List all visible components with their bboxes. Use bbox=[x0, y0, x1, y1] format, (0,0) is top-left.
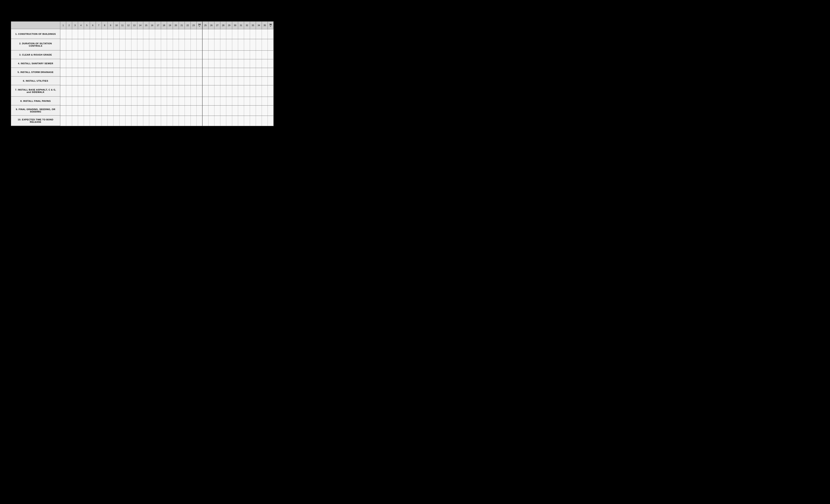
grid-cell-row6-month-23 bbox=[191, 77, 197, 85]
grid-cell-row3-month-17 bbox=[155, 51, 161, 59]
grid-cell-row9-month-14 bbox=[137, 105, 143, 116]
grid-cell-row4-month-15 bbox=[143, 59, 149, 68]
grid-cell-row3-month-31 bbox=[238, 51, 244, 59]
grid-cell-row8-month-8 bbox=[102, 97, 108, 105]
grid-cell-row8-month-28 bbox=[220, 97, 226, 105]
grid-cell-row4-month-9 bbox=[108, 59, 114, 68]
grid-cell-row9-month-19 bbox=[167, 105, 173, 116]
month-header-4: 4 bbox=[78, 22, 84, 29]
grid-cell-row4-month-7 bbox=[96, 59, 102, 68]
grid-cell-row7-month-36 bbox=[268, 85, 274, 97]
grid-cell-row2-month-28 bbox=[220, 39, 226, 51]
month-header-33: 33 bbox=[250, 22, 256, 29]
grid-cell-row9-month-23 bbox=[191, 105, 197, 116]
grid-cell-row1-month-10 bbox=[114, 29, 120, 39]
month-header-22: 22 bbox=[185, 22, 191, 29]
label-row2: 2. DURATION OF SILTATION CONTROLS bbox=[11, 39, 60, 51]
grid-cell-row1-month-19 bbox=[167, 29, 173, 39]
grid-cell-row10-month-4 bbox=[78, 116, 84, 126]
grid-cell-row8-month-3 bbox=[72, 97, 78, 105]
month-header-5: 5 bbox=[84, 22, 90, 29]
grid-cell-row6-month-32 bbox=[244, 77, 250, 85]
grid-cell-row3-month-5 bbox=[84, 51, 90, 59]
grid-cell-row3-month-30 bbox=[232, 51, 238, 59]
grid-cell-row6-month-11 bbox=[120, 77, 126, 85]
grid-cell-row1-month-3 bbox=[72, 29, 78, 39]
grid-cell-row6-month-18 bbox=[161, 77, 167, 85]
grid-cell-row10-month-27 bbox=[215, 116, 220, 126]
grid-cell-row9-month-3 bbox=[72, 105, 78, 116]
grid-cell-row2-month-2 bbox=[66, 39, 72, 51]
grid-cell-row2-month-34 bbox=[256, 39, 262, 51]
grid-cell-row2-month-32 bbox=[244, 39, 250, 51]
grid-cell-row3-month-2 bbox=[66, 51, 72, 59]
grid-cell-row5-month-32 bbox=[244, 68, 250, 76]
grid-cell-row2-month-23 bbox=[191, 39, 197, 51]
grid-cell-row7-month-22 bbox=[185, 85, 191, 97]
month-header-23: 23 bbox=[191, 22, 197, 29]
grid-cell-row1-month-34 bbox=[256, 29, 262, 39]
month-header-19: 19 bbox=[167, 22, 173, 29]
grid-cell-row1-month-29 bbox=[226, 29, 232, 39]
grid-cell-row4-month-6 bbox=[90, 59, 96, 68]
grid-area: 123456789101112131415161718192021222324*… bbox=[60, 21, 274, 126]
grid-cell-row1-month-31 bbox=[238, 29, 244, 39]
grid-cell-row5-month-22 bbox=[185, 68, 191, 76]
grid-cell-row5-month-34 bbox=[256, 68, 262, 76]
label-row5: 5. INSTALL STORM DRAINAGE bbox=[11, 68, 60, 76]
month-header-9: 9 bbox=[108, 22, 114, 29]
grid-cell-row7-month-18 bbox=[161, 85, 167, 97]
grid-cell-row2-month-13 bbox=[131, 39, 137, 51]
grid-cell-row5-month-14 bbox=[137, 68, 143, 76]
grid-cell-row9-month-17 bbox=[155, 105, 161, 116]
grid-row-row4 bbox=[60, 59, 274, 68]
month-header-11: 11 bbox=[120, 22, 126, 29]
grid-cell-row8-month-24 bbox=[197, 97, 202, 105]
month-header-15: 15 bbox=[143, 22, 149, 29]
grid-cell-row2-month-31 bbox=[238, 39, 244, 51]
grid-cell-row4-month-28 bbox=[220, 59, 226, 68]
grid-cell-row8-month-23 bbox=[191, 97, 197, 105]
grid-cell-row6-month-29 bbox=[226, 77, 232, 85]
label-row7: 7. INSTALL BASE ASPHALT, C & G, and SIDE… bbox=[11, 85, 60, 97]
grid-cell-row4-month-25 bbox=[202, 59, 209, 68]
grid-cell-row10-month-16 bbox=[149, 116, 155, 126]
grid-cell-row5-month-31 bbox=[238, 68, 244, 76]
grid-cell-row10-month-15 bbox=[143, 116, 149, 126]
grid-cell-row4-month-21 bbox=[179, 59, 185, 68]
grid-cell-row3-month-25 bbox=[202, 51, 209, 59]
grid-cell-row10-month-19 bbox=[167, 116, 173, 126]
grid-cell-row3-month-10 bbox=[114, 51, 120, 59]
grid-cell-row4-month-29 bbox=[226, 59, 232, 68]
grid-cell-row8-month-2 bbox=[66, 97, 72, 105]
grid-cell-row7-month-25 bbox=[202, 85, 209, 97]
month-header-7: 7 bbox=[96, 22, 102, 29]
grid-cell-row10-month-5 bbox=[84, 116, 90, 126]
grid-cell-row9-month-11 bbox=[120, 105, 126, 116]
grid-cell-row3-month-24 bbox=[197, 51, 202, 59]
grid-cell-row10-month-10 bbox=[114, 116, 120, 126]
month-header-17: 17 bbox=[155, 22, 161, 29]
grid-row-row7 bbox=[60, 85, 274, 97]
grid-cell-row2-month-3 bbox=[72, 39, 78, 51]
grid-cell-row6-month-31 bbox=[238, 77, 244, 85]
grid-cell-row4-month-24 bbox=[197, 59, 202, 68]
grid-cell-row8-month-30 bbox=[232, 97, 238, 105]
grid-cell-row3-month-34 bbox=[256, 51, 262, 59]
grid-cell-row2-month-8 bbox=[102, 39, 108, 51]
grid-cell-row7-month-31 bbox=[238, 85, 244, 97]
grid-cell-row8-month-20 bbox=[173, 97, 179, 105]
grid-cell-row3-month-35 bbox=[262, 51, 268, 59]
grid-cell-row2-month-1 bbox=[60, 39, 66, 51]
grid-cell-row5-month-29 bbox=[226, 68, 232, 76]
grid-cell-row5-month-33 bbox=[250, 68, 256, 76]
grid-cell-row1-month-6 bbox=[90, 29, 96, 39]
grid-cell-row7-month-23 bbox=[191, 85, 197, 97]
grid-cell-row6-month-30 bbox=[232, 77, 238, 85]
grid-cell-row7-month-3 bbox=[72, 85, 78, 97]
grid-cell-row3-month-19 bbox=[167, 51, 173, 59]
grid-cell-row6-month-24 bbox=[197, 77, 202, 85]
grid-cell-row9-month-21 bbox=[179, 105, 185, 116]
grid-cell-row7-month-26 bbox=[209, 85, 215, 97]
grid-cell-row1-month-14 bbox=[137, 29, 143, 39]
